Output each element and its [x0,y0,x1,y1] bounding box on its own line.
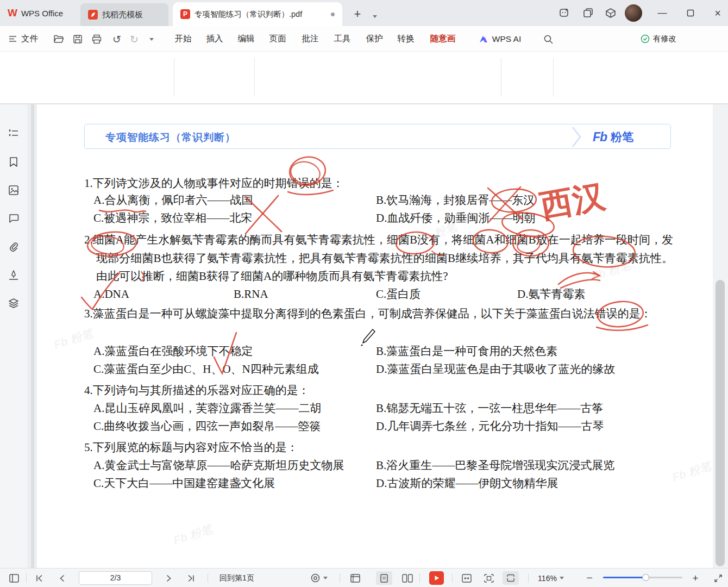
comment-icon[interactable] [6,211,21,226]
tab-list-caret[interactable] [367,9,382,24]
print-icon[interactable] [90,32,104,46]
file-menu[interactable]: 文件 [4,26,42,52]
3d-box-icon[interactable] [603,5,618,21]
avatar[interactable] [625,4,642,22]
menu-tab-insert[interactable]: 插入 [202,26,227,52]
image-icon[interactable] [6,183,21,198]
option: B.饮马瀚海，封狼居胥——东汉 [376,191,535,209]
hamburger-icon [9,35,17,42]
read-mode-icon[interactable] [347,569,364,587]
pdf-icon: P [180,9,190,19]
chevron-divider-icon [570,126,582,148]
wps-ai-icon [479,35,488,43]
tab-docer-templates[interactable]: 找稻壳模板 [80,3,168,26]
fit-page-button[interactable] [480,569,498,587]
option: D.几年调弄七条丝，元化分功十指知——古琴 [376,417,604,435]
play-slideshow-button[interactable] [429,571,444,585]
menu-tab-protect[interactable]: 保护 [362,26,387,52]
tab-active-document[interactable]: P 专项智能练习（常识判断）.pdf [173,2,342,26]
option: A.昆山玉碎凤凰叫，芙蓉泣露香兰笑——二胡 [93,399,321,417]
question-stem: 3.藻蓝蛋白是一种可从螺旋藻中提取分离得到的色素蛋白，可制成营养保健品，以下关于… [84,305,673,323]
draw-toolbar: 手型 选择 画曲线 画直线 颜色 线条粗细 1pt 不透明度 70% [0,52,728,104]
last-page-button[interactable] [182,569,199,587]
first-page-button[interactable] [30,569,48,587]
minimize-button[interactable]: — [650,0,675,26]
option: C.被遇神宗，致位宰相——北宋 [93,209,252,227]
zoom-level-dropdown[interactable]: 116% [535,569,567,587]
new-tab-plus-button[interactable]: + [350,7,365,22]
menu-tab-comment[interactable]: 批注 [298,26,323,52]
fit-width-button[interactable] [458,569,475,587]
scrollbar-thumb[interactable] [716,280,725,566]
watermark: Fb 粉笔 [670,458,713,485]
view-mode-dropdown[interactable] [305,569,332,587]
menu-tab-home[interactable]: 开始 [171,26,196,52]
redo-icon[interactable]: ↻ [127,32,141,46]
ai-assistant-icon[interactable] [556,5,572,21]
maximize-button[interactable] [678,0,703,26]
modified-dot-icon [331,13,335,16]
outline-icon[interactable] [6,126,21,141]
more-caret[interactable] [145,32,159,46]
question-stem: 2.细菌A能产生水解氨苄青霉素的酶而具有氨苄青霉素抗性，细菌B没有，将细菌A和细… [84,231,673,286]
page-indicator-input[interactable]: 2/3 [79,571,152,585]
option: C.曲终收拨当心画，四弦一声如裂帛——箜篌 [93,417,321,435]
option: A.藻蓝蛋白在强酸环境下不稳定 [93,342,253,360]
back-to-first-page-button[interactable]: 回到第1页 [215,569,259,587]
zoom-slider[interactable] [603,577,682,578]
attachment-icon[interactable] [6,239,21,254]
next-page-button[interactable] [160,569,178,587]
tab-label: 找稻壳模板 [102,10,143,20]
fenbi-brand-name: 粉笔 [611,129,633,145]
menu-tab-edit[interactable]: 编辑 [234,26,259,52]
docer-icon [88,10,98,20]
sign-icon[interactable] [6,267,21,283]
double-page-view-button[interactable] [399,569,416,587]
menu-tab-freedraw-active[interactable]: 随意画 [427,26,459,52]
option: B.锦瑟无端五十弦，一弦一柱思华年——古筝 [376,399,603,417]
bookmark-icon[interactable] [6,154,21,170]
option: B.藻蓝蛋白是一种可食用的天然色素 [376,342,557,360]
fit-visible-button[interactable] [503,571,519,585]
question-stem: 4.下列诗句与其所描述的乐器对应正确的是： [84,382,673,399]
modified-status[interactable]: 有修改 [635,26,682,52]
panel-gutter[interactable] [27,104,37,568]
zoom-slider-knob[interactable] [642,574,649,581]
option: D.藻蓝蛋白呈现蓝色是由于其吸收了蓝光的缘故 [376,360,615,378]
sync-status-icon [641,34,650,43]
option: A.合从离衡，佩印者六——战国 [93,191,253,209]
save-icon[interactable] [71,32,85,46]
menu-tab-convert[interactable]: 转换 [393,26,418,52]
undo-icon[interactable]: ↺ [110,32,124,46]
menu-wps-ai[interactable]: WPS AI [474,26,526,52]
fenbi-logo-icon: Fb [593,130,607,145]
option: C.藻蓝蛋白至少由C、H、O、N四种元素组成 [93,360,319,378]
open-folder-icon[interactable] [52,32,66,46]
panel-toggle-icon[interactable] [5,569,23,587]
left-sidebar [0,104,27,568]
single-page-view-button[interactable] [376,571,392,585]
app-menu-tab[interactable]: W WPS Office [0,0,76,26]
fullscreen-button[interactable] [709,569,727,587]
menubar: 文件 ↺ ↻ 开始 插入 编辑 页面 批注 工具 保护 转换 随意画 WPS A… [0,26,728,52]
multi-window-icon[interactable] [580,5,595,21]
close-button[interactable]: × [705,0,728,26]
zoom-in-button[interactable]: + [687,569,704,587]
option: D.古波斯的荣耀——伊朗文物精华展 [376,474,558,492]
option: B.浴火重生——巴黎圣母院增强现实沉浸式展览 [376,457,614,474]
menu-tab-page[interactable]: 页面 [265,26,290,52]
watermark: Fb 粉笔 [171,521,214,548]
option: D.血战歼倭，勋垂闽浙——明朝 [376,209,535,227]
search-icon[interactable] [541,32,555,46]
prev-page-button[interactable] [53,569,71,587]
pdf-page[interactable]: 专项智能练习（常识判断） Fb 粉笔 Fb 粉笔 Fb 粉笔 Fb 粉笔 Fb … [37,104,713,568]
doc-header-box: 专项智能练习（常识判断） Fb 粉笔 [84,124,671,149]
zoom-out-button[interactable]: − [581,569,598,587]
question-stem: 5.下列展览的标题与内容对应不恰当的是： [84,439,673,457]
vertical-scrollbar[interactable] [713,104,728,568]
question-stem: 1.下列诗文涉及的人物或事件对应的时期错误的是： [84,174,673,192]
option: D.氨苄青霉素 [517,285,585,303]
layers-icon[interactable] [6,296,21,311]
fenbi-brand: Fb 粉笔 [593,129,633,145]
menu-tab-tools[interactable]: 工具 [330,26,355,52]
